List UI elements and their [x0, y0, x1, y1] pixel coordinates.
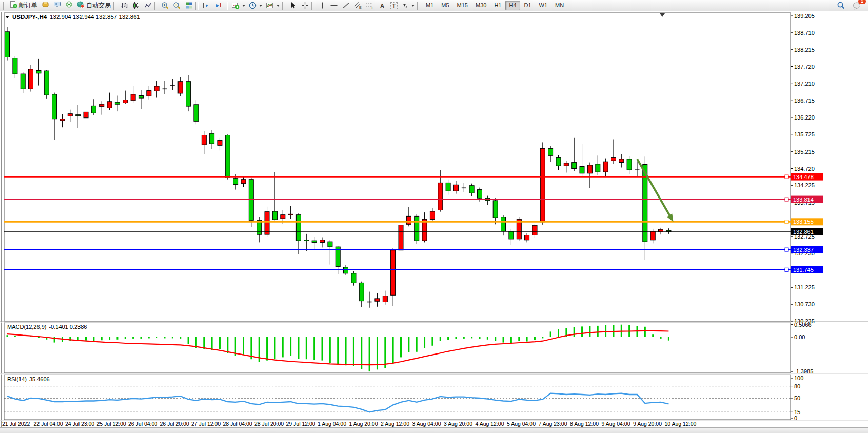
bearish-candle[interactable]	[469, 186, 474, 193]
bullish-candle[interactable]	[123, 100, 128, 103]
bullish-candle[interactable]	[265, 212, 269, 234]
bearish-candle[interactable]	[21, 74, 25, 89]
bullish-candle[interactable]	[375, 299, 380, 301]
chart-shift-marker-icon[interactable]	[660, 13, 665, 17]
bearish-candle[interactable]	[328, 242, 332, 247]
bullish-candle[interactable]	[288, 214, 293, 215]
bullish-candle[interactable]	[383, 296, 387, 302]
bearish-candle[interactable]	[501, 217, 506, 231]
bullish-candle[interactable]	[68, 114, 72, 116]
bearish-candle[interactable]	[272, 211, 277, 220]
tile-windows-button[interactable]	[183, 1, 194, 11]
line-end-marker[interactable]	[785, 268, 788, 271]
symbol-dropdown-icon[interactable]	[5, 16, 9, 18]
line-end-marker[interactable]	[785, 248, 788, 251]
bearish-candle[interactable]	[76, 115, 81, 116]
market-depth-button[interactable]	[40, 1, 51, 11]
bullish-candle[interactable]	[430, 211, 435, 219]
timeframe-M30[interactable]: M30	[472, 1, 490, 10]
chart-shift-button[interactable]	[212, 1, 224, 11]
bullish-candle[interactable]	[619, 159, 624, 163]
bearish-candle[interactable]	[509, 231, 514, 239]
bullish-candle[interactable]	[218, 140, 222, 145]
price-axis[interactable]: 139.205 138.710 138.215 137.720 137.210 …	[791, 13, 823, 421]
bearish-candle[interactable]	[115, 102, 120, 104]
bearish-candle[interactable]	[556, 158, 561, 166]
bearish-candle[interactable]	[225, 135, 230, 178]
bullish-candle[interactable]	[29, 69, 33, 89]
timeframe-M15[interactable]: M15	[453, 1, 471, 10]
timeframe-D1[interactable]: D1	[521, 1, 535, 10]
timeframe-M1[interactable]: M1	[422, 1, 437, 10]
bearish-candle[interactable]	[13, 58, 17, 74]
timeframe-H1[interactable]: H1	[490, 1, 505, 10]
bearish-candle[interactable]	[548, 148, 553, 155]
bearish-candle[interactable]	[186, 82, 191, 106]
bullish-candle[interactable]	[178, 82, 183, 93]
timeframe-W1[interactable]: W1	[536, 1, 551, 10]
bullish-candle[interactable]	[100, 104, 104, 107]
bearish-candle[interactable]	[580, 167, 584, 173]
timeframe-H4[interactable]: H4	[505, 1, 520, 10]
vertical-line-button[interactable]	[317, 1, 328, 11]
bullish-candle[interactable]	[650, 231, 655, 240]
fibonacci-button[interactable]: F	[364, 1, 376, 11]
bearish-candle[interactable]	[351, 273, 356, 283]
bearish-candle[interactable]	[312, 241, 317, 242]
new-chart-button[interactable]	[230, 1, 247, 11]
bearish-candle[interactable]	[210, 133, 214, 144]
indicators-button[interactable]	[264, 1, 281, 11]
crosshair-button[interactable]	[299, 1, 310, 11]
notifications-button[interactable]: 1	[851, 1, 863, 11]
zoom-in-button[interactable]	[160, 1, 171, 11]
line-end-marker[interactable]	[785, 175, 788, 179]
candlestick-chart-button[interactable]	[130, 1, 142, 11]
arrows-button[interactable]	[400, 1, 416, 11]
signals-button[interactable]	[63, 1, 74, 11]
bullish-candle[interactable]	[453, 185, 458, 191]
bullish-candle[interactable]	[241, 180, 246, 184]
horizontal-line-button[interactable]	[328, 1, 340, 11]
bullish-candle[interactable]	[107, 102, 112, 108]
period-button[interactable]	[247, 1, 264, 11]
new-order-button[interactable]: 新订单	[8, 1, 39, 11]
line-end-marker[interactable]	[785, 220, 788, 224]
bullish-candle[interactable]	[84, 112, 88, 117]
bearish-candle[interactable]	[493, 201, 498, 218]
bullish-candle[interactable]	[320, 240, 325, 243]
bearish-candle[interactable]	[296, 215, 301, 241]
terminal-button[interactable]	[51, 1, 63, 11]
equidistant-channel-button[interactable]: E	[352, 1, 364, 11]
bullish-candle[interactable]	[532, 225, 537, 235]
text-button[interactable]: A	[377, 1, 388, 11]
bearish-candle[interactable]	[52, 94, 57, 119]
bullish-candle[interactable]	[391, 250, 396, 296]
bearish-candle[interactable]	[446, 183, 450, 191]
bearish-candle[interactable]	[415, 216, 419, 241]
timeframe-MN[interactable]: MN	[551, 1, 567, 10]
time-axis[interactable]: 21 Jul 202222 Jul 04:0024 Jul 23:0025 Ju…	[2, 421, 697, 427]
bearish-candle[interactable]	[36, 71, 41, 73]
bullish-candle[interactable]	[154, 86, 159, 91]
text-label-button[interactable]: T	[388, 1, 400, 11]
bearish-candle[interactable]	[304, 240, 309, 241]
bearish-candle[interactable]	[233, 179, 238, 185]
bearish-candle[interactable]	[139, 96, 143, 99]
bearish-candle[interactable]	[5, 32, 10, 57]
bullish-candle[interactable]	[406, 216, 411, 224]
bearish-candle[interactable]	[596, 164, 600, 172]
line-chart-button[interactable]	[142, 1, 153, 11]
bearish-candle[interactable]	[91, 106, 96, 113]
bearish-candle[interactable]	[627, 159, 632, 170]
bullish-candle[interactable]	[525, 235, 529, 240]
zoom-out-button[interactable]	[171, 1, 183, 11]
bullish-candle[interactable]	[147, 91, 151, 96]
bearish-candle[interactable]	[359, 283, 364, 301]
timeframe-M5[interactable]: M5	[438, 1, 452, 10]
search-button[interactable]	[835, 1, 847, 11]
bullish-candle[interactable]	[540, 148, 545, 222]
bullish-candle[interactable]	[399, 225, 403, 250]
bearish-candle[interactable]	[194, 105, 199, 122]
bullish-candle[interactable]	[611, 158, 616, 161]
bearish-candle[interactable]	[478, 190, 482, 199]
